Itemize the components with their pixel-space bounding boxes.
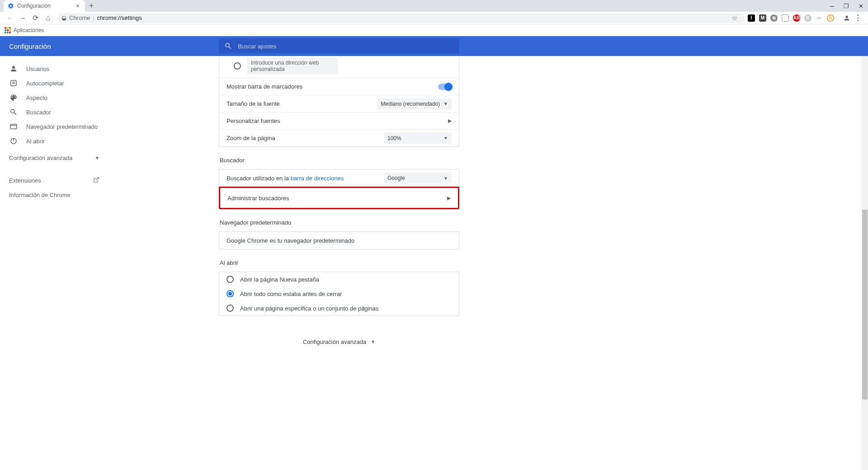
star-icon[interactable]: ☆ — [728, 12, 741, 24]
address-bar[interactable]: ◒ Chrome | chrome://settings ☆ — [57, 13, 745, 23]
close-window-button[interactable]: ✕ — [854, 0, 868, 12]
sidebar-extensions-link[interactable]: Extensiones — [0, 173, 108, 188]
sidebar-item-users[interactable]: Usuarios — [0, 61, 108, 76]
bookmarks-toggle[interactable] — [438, 84, 452, 90]
site-info-icon[interactable]: ◒ — [61, 14, 66, 21]
svg-line-9 — [96, 177, 99, 180]
section-title-default-browser: Navegador predeterminado — [220, 219, 459, 226]
search-engine-card-top: Buscador utilizado en la barra de direcc… — [219, 169, 459, 187]
chevron-right-icon: ▶ — [448, 118, 452, 124]
apps-grid-icon[interactable] — [5, 27, 11, 33]
titlebar: Configuración × + ─ ❐ ✕ — [0, 0, 868, 12]
radio-icon[interactable] — [226, 305, 234, 312]
reload-button[interactable]: ⟳ — [29, 12, 42, 24]
power-icon — [9, 136, 18, 146]
default-browser-text-row: Google Chrome es tu navegador predetermi… — [219, 232, 459, 249]
sidebar-item-search[interactable]: Buscador — [0, 105, 108, 119]
manage-search-engines-card: Administrar buscadores ▶ — [219, 187, 459, 209]
appearance-card: Introduce una dirección web personalizad… — [219, 56, 459, 147]
window-controls: ─ ❐ ✕ — [825, 0, 868, 12]
bookmarks-bar: Aplicaciones — [0, 24, 868, 36]
radio-icon[interactable] — [234, 62, 241, 70]
sidebar-advanced-toggle[interactable]: Configuración avanzada ▼ — [0, 148, 108, 168]
startup-option-continue[interactable]: Abrir todo como estaba antes de cerrar — [219, 287, 459, 301]
home-button[interactable]: ⌂ — [42, 12, 54, 24]
addr-scheme: Chrome — [69, 14, 90, 21]
ext-icon[interactable]: K — [804, 14, 811, 22]
autofill-icon — [9, 79, 18, 88]
sidebar-item-appearance[interactable]: Aspecto — [0, 90, 108, 105]
startup-option-newtab[interactable]: Abrir la página Nueva pestaña — [219, 272, 459, 287]
new-tab-button[interactable]: + — [85, 0, 98, 12]
startup-option-specific[interactable]: Abrir una página específica o un conjunt… — [219, 301, 459, 315]
caret-down-icon: ▼ — [443, 176, 448, 181]
advanced-toggle-center[interactable]: Configuración avanzada ▼ — [219, 325, 459, 359]
scrollbar[interactable] — [862, 56, 868, 470]
forward-button[interactable]: → — [16, 12, 29, 24]
scrollbar-thumb[interactable] — [862, 210, 868, 400]
extension-icons: I M ⊕ AB K ⁓ h ⋮ — [748, 14, 864, 22]
page-title: Configuración — [0, 42, 51, 50]
default-browser-card: Google Chrome es tu navegador predetermi… — [219, 231, 459, 249]
profile-icon[interactable] — [843, 14, 850, 22]
apps-label[interactable]: Aplicaciones — [14, 27, 44, 33]
section-title-search: Buscador — [220, 157, 459, 164]
chevron-down-icon: ▼ — [95, 155, 99, 160]
page-zoom-row: Zoom de la página 100% ▼ — [219, 129, 459, 146]
external-link-icon — [93, 177, 99, 184]
minimize-button[interactable]: ─ — [825, 0, 839, 12]
show-bookmarks-row: Mostrar barra de marcadores — [219, 78, 459, 95]
search-engine-dropdown[interactable]: Google ▼ — [384, 173, 452, 183]
user-icon — [9, 64, 18, 73]
startup-card: Abrir la página Nueva pestaña Abrir todo… — [219, 272, 459, 316]
toolbar: ← → ⟳ ⌂ ◒ Chrome | chrome://settings ☆ I… — [0, 12, 868, 24]
sidebar-about-link[interactable]: Información de Chrome — [0, 188, 108, 202]
ext-icon[interactable]: ⊕ — [770, 14, 778, 22]
search-icon — [9, 108, 18, 117]
main-panel: Introduce una dirección web personalizad… — [108, 56, 868, 470]
ext-icon[interactable]: AB — [793, 14, 800, 22]
palette-icon — [9, 93, 18, 102]
menu-icon[interactable]: ⋮ — [854, 14, 862, 22]
custom-address-input[interactable]: Introduce una dirección web personalizad… — [247, 58, 338, 74]
radio-icon[interactable] — [226, 276, 234, 283]
browser-icon — [9, 122, 18, 131]
search-icon — [224, 42, 232, 50]
custom-address-option[interactable]: Introduce una dirección web personalizad… — [219, 56, 459, 78]
chevron-right-icon: ▶ — [447, 195, 451, 201]
sidebar: Usuarios Autocompletar Aspecto Buscador … — [0, 56, 108, 470]
sidebar-item-startup[interactable]: Al abrir — [0, 134, 108, 148]
svg-point-1 — [12, 66, 15, 69]
ext-icon[interactable]: ⁓ — [816, 14, 823, 22]
content-area: Usuarios Autocompletar Aspecto Buscador … — [0, 56, 868, 470]
search-settings-box[interactable] — [219, 39, 459, 53]
ext-icon[interactable]: M — [759, 14, 766, 22]
caret-down-icon: ▼ — [443, 101, 448, 106]
maximize-button[interactable]: ❐ — [839, 0, 854, 12]
settings-gear-icon — [7, 2, 14, 9]
search-settings-input[interactable] — [238, 43, 454, 50]
chevron-down-icon: ▼ — [371, 339, 375, 344]
search-engine-row: Buscador utilizado en la barra de direcc… — [219, 169, 459, 187]
sidebar-item-default-browser[interactable]: Navegador predeterminado — [0, 119, 108, 134]
font-size-row: Tamaño de la fuente Mediano (recomendado… — [219, 95, 459, 112]
settings-header: Configuración — [0, 36, 868, 56]
custom-fonts-row[interactable]: Personalizar fuentes ▶ — [219, 112, 459, 129]
tab-title: Configuración — [17, 3, 74, 9]
ext-icon[interactable]: I — [748, 14, 755, 22]
font-size-dropdown[interactable]: Mediano (recomendado) ▼ — [377, 99, 452, 109]
ext-icon[interactable] — [782, 14, 789, 22]
svg-rect-5 — [10, 124, 17, 129]
ext-icon[interactable]: h — [827, 14, 834, 22]
svg-point-0 — [845, 15, 848, 18]
sidebar-item-autofill[interactable]: Autocompletar — [0, 76, 108, 90]
radio-icon[interactable] — [226, 290, 234, 297]
browser-tab[interactable]: Configuración × — [4, 0, 85, 12]
address-bar-link[interactable]: barra de direcciones — [291, 175, 344, 182]
page-zoom-dropdown[interactable]: 100% ▼ — [384, 133, 452, 144]
manage-search-engines-row[interactable]: Administrar buscadores ▶ — [220, 188, 458, 208]
section-title-startup: Al abrir — [220, 259, 459, 266]
back-button[interactable]: ← — [4, 12, 16, 24]
close-tab-icon[interactable]: × — [74, 2, 81, 9]
addr-path: chrome://settings — [97, 14, 142, 21]
